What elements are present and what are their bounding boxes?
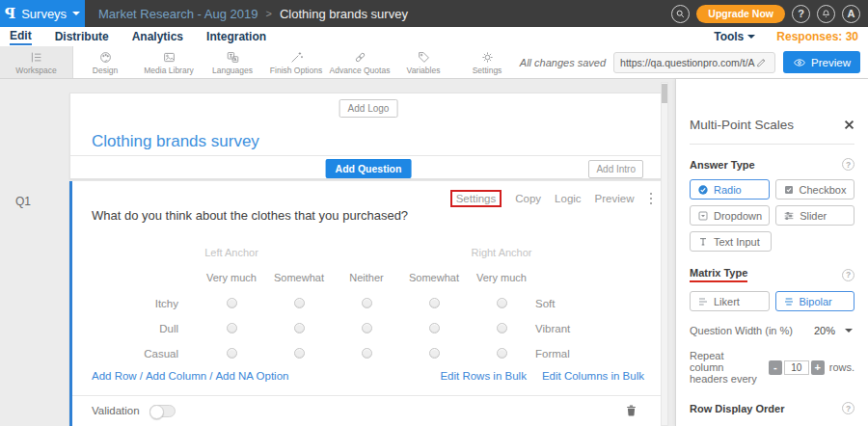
help-icon[interactable]: ? [842, 158, 854, 171]
account-avatar[interactable]: A [842, 5, 860, 23]
add-question-button[interactable]: Add Question [326, 159, 412, 178]
matrix-radio[interactable] [362, 323, 372, 333]
row-left-label[interactable]: Itchy [72, 291, 198, 316]
add-na-option-link[interactable]: Add NA Option [215, 370, 288, 382]
matrix-radio[interactable] [294, 348, 305, 359]
answer-type-radio[interactable]: Radio [690, 179, 770, 200]
tools-menu[interactable]: Tools [714, 30, 755, 43]
decrement-button[interactable]: - [769, 360, 782, 375]
toolbar-item-settings[interactable]: Settings [455, 46, 519, 78]
toolbar-item-design[interactable]: Design [73, 46, 137, 78]
tab-analytics[interactable]: Analytics [132, 29, 183, 44]
matrix-radio[interactable] [294, 323, 305, 333]
answer-type-label: Answer Type [690, 159, 755, 171]
menu-bar-right: Tools Responses: 30 [714, 30, 858, 43]
search-button[interactable] [671, 5, 690, 23]
question-settings-panel: Multi-Point Scales Answer Type ? Radio C… [675, 79, 868, 426]
matrix-radio[interactable] [497, 298, 507, 308]
question-text[interactable]: What do you think about the clothes that… [92, 208, 408, 223]
toolbar-item-finish-options[interactable]: Finish Options [264, 46, 328, 78]
responses-count[interactable]: Responses: 30 [776, 30, 858, 43]
matrix-radio[interactable] [497, 348, 507, 359]
help-button[interactable]: ? [792, 5, 810, 23]
survey-toolbar: Workspace Design Media Library Languages… [0, 46, 868, 79]
editor-main: Q1 Add Logo Clothing brands survey Add Q… [0, 79, 868, 426]
notifications-button[interactable] [817, 5, 835, 23]
matrix-type-bipolar[interactable]: Bipolar [775, 291, 855, 311]
breadcrumb-folder[interactable]: Market Research - Aug 2019 [98, 7, 258, 21]
matrix-type-likert[interactable]: Likert [690, 291, 770, 311]
add-column-link[interactable]: Add Column [146, 370, 206, 382]
toolbar-item-label: Workspace [15, 66, 56, 75]
row-right-label[interactable]: Soft [535, 291, 661, 316]
toolbar-item-workspace[interactable]: Workspace [0, 46, 73, 78]
chevron-down-icon[interactable] [845, 329, 853, 333]
row-right-label[interactable]: Vibrant [535, 316, 661, 341]
repeat-headers-value[interactable]: 10 [784, 360, 809, 375]
tab-edit[interactable]: Edit [10, 28, 32, 45]
question-copy-button[interactable]: Copy [515, 193, 541, 204]
add-logo-button[interactable]: Add Logo [339, 99, 398, 118]
add-row-link[interactable]: Add Row [92, 370, 137, 382]
survey-url-input[interactable] [620, 57, 755, 68]
upgrade-now-button[interactable]: Upgrade Now [696, 5, 785, 23]
matrix-radio[interactable] [429, 298, 440, 308]
tab-distribute[interactable]: Distribute [55, 29, 109, 44]
row-left-label[interactable]: Dull [72, 316, 198, 341]
matrix-radio[interactable] [227, 348, 237, 359]
matrix-radio[interactable] [429, 323, 440, 333]
toolbar-item-media-library[interactable]: Media Library [137, 46, 201, 78]
more-options-kebab-icon[interactable] [648, 191, 655, 207]
add-intro-button[interactable]: Add Intro [588, 160, 643, 178]
row-left-label[interactable]: Casual [72, 341, 198, 366]
answer-type-dropdown[interactable]: Dropdown [690, 205, 770, 226]
eye-icon [793, 56, 806, 69]
languages-icon [226, 50, 240, 65]
bipolar-lines-icon [783, 296, 795, 307]
answer-type-checkbox[interactable]: Checkbox [775, 179, 855, 200]
edit-columns-in-bulk-link[interactable]: Edit Columns in Bulk [542, 370, 644, 382]
answer-type-text-input[interactable]: Text Input [690, 231, 772, 252]
preview-button[interactable]: Preview [783, 51, 860, 73]
tab-integration[interactable]: Integration [206, 29, 266, 44]
answer-type-slider[interactable]: Slider [775, 205, 854, 226]
toolbar-item-advance-quotas[interactable]: Advance Quotas [328, 46, 392, 78]
toolbar-item-label: Design [93, 66, 118, 75]
scrollbar-thumb[interactable] [662, 84, 667, 103]
matrix-radio[interactable] [227, 323, 237, 333]
increment-button[interactable]: + [811, 360, 825, 375]
gear-icon [480, 50, 495, 65]
help-icon[interactable]: ? [842, 269, 854, 281]
matrix-radio[interactable] [429, 348, 440, 359]
toolbar-item-variables[interactable]: Variables [392, 46, 455, 78]
row-right-label[interactable]: Formal [535, 341, 661, 366]
matrix-radio[interactable] [362, 298, 372, 308]
question-logic-button[interactable]: Logic [555, 193, 582, 204]
delete-question-button[interactable] [624, 403, 638, 422]
repeat-headers-row: Repeat column headers every - 10 + rows. [690, 350, 854, 385]
survey-title[interactable]: Clothing brands survey [92, 132, 259, 151]
dropdown-icon [697, 210, 709, 222]
question-width-value[interactable]: 20% [814, 325, 835, 336]
help-icon[interactable]: ? [842, 402, 854, 414]
surveys-menu[interactable]: P Surveys [0, 0, 85, 27]
question-settings-button[interactable]: Settings [450, 190, 502, 207]
scale-header-row: Very much Somewhat Neither Somewhat Very… [72, 264, 661, 291]
matrix-radio[interactable] [227, 298, 237, 308]
matrix-radio[interactable] [362, 348, 372, 359]
validation-toggle[interactable] [149, 405, 176, 417]
toolbar-item-languages[interactable]: Languages [201, 46, 264, 78]
question-card: Settings Copy Logic Preview What do you … [69, 181, 667, 426]
trash-icon [624, 403, 638, 418]
matrix-type-label: Matrix Type [690, 267, 747, 282]
close-panel-button[interactable] [844, 120, 854, 130]
toolbar-right: All changes saved Preview [520, 46, 860, 78]
magic-wand-icon [289, 50, 304, 65]
matrix-radio[interactable] [497, 323, 507, 333]
question-preview-button[interactable]: Preview [595, 193, 635, 204]
edit-pencil-icon[interactable] [755, 56, 768, 68]
option-label: Bipolar [800, 296, 832, 307]
edit-rows-in-bulk-link[interactable]: Edit Rows in Bulk [440, 370, 526, 382]
matrix-radio[interactable] [294, 298, 305, 308]
canvas-scrollbar[interactable] [661, 82, 668, 426]
